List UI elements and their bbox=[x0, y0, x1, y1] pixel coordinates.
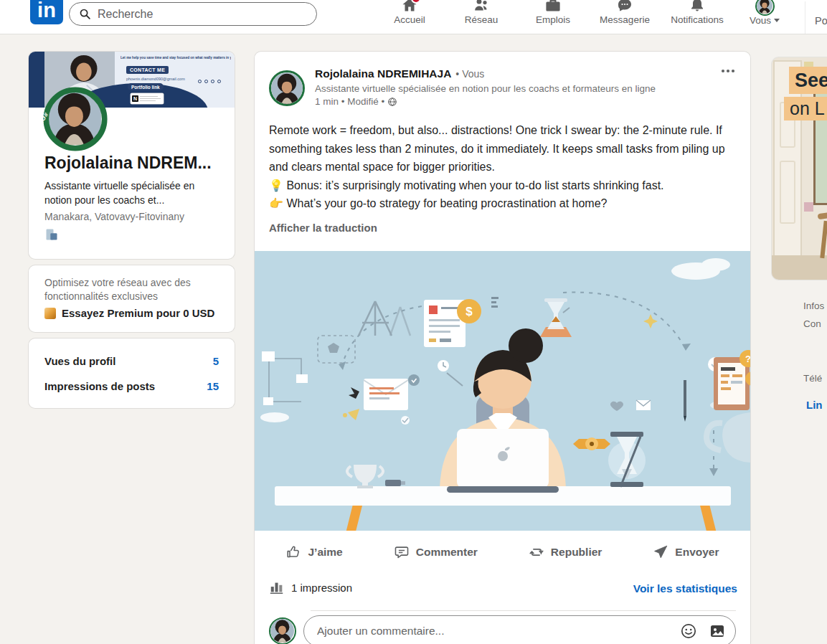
premium-gold-icon bbox=[44, 308, 56, 319]
post-action-bar: J’aime Commenter Republier Envoyer bbox=[260, 534, 745, 571]
premium-cta-label: Essayez Premium pour 0 USD bbox=[62, 307, 214, 319]
like-button[interactable]: J’aime bbox=[275, 536, 352, 569]
footer-link-conditions[interactable]: Con bbox=[803, 318, 821, 329]
send-button[interactable]: Envoyer bbox=[643, 536, 729, 569]
impressions-counter[interactable]: 1 impression bbox=[269, 579, 352, 595]
action-label: Republier bbox=[551, 546, 602, 559]
linkedin-logo[interactable]: in bbox=[30, 0, 63, 24]
network-icon bbox=[473, 0, 490, 14]
post-options-menu-button[interactable] bbox=[716, 60, 740, 82]
post-author-headline: Assistante virtuelle spécialisée en noti… bbox=[315, 83, 727, 94]
ad-chair-graphic bbox=[818, 211, 827, 220]
ad-chair-graphic bbox=[820, 221, 827, 258]
ad-headline-line2: on L bbox=[784, 97, 827, 120]
profile-avatar-open-to-work[interactable]: #OPENTOWORK bbox=[42, 86, 108, 152]
post-meta: 1 min • Modifié • bbox=[315, 96, 397, 107]
stat-label: Impressions de posts bbox=[44, 380, 155, 392]
post-paragraph: 👉 What’s your go-to strategy for beating… bbox=[269, 194, 737, 213]
post-impressions-row[interactable]: Impressions de posts 15 bbox=[44, 380, 219, 392]
comment-composer bbox=[269, 615, 736, 644]
thumbs-up-icon bbox=[285, 544, 301, 560]
ad-headline-line1: See bbox=[789, 67, 827, 94]
post-paragraph: Remote work = freedom, but also... distr… bbox=[269, 121, 737, 176]
ellipsis-icon bbox=[721, 69, 735, 73]
nav-item-home[interactable]: Accueil bbox=[377, 0, 442, 34]
comment-button[interactable]: Commenter bbox=[384, 536, 488, 569]
globe-icon bbox=[387, 97, 397, 107]
bell-icon bbox=[689, 0, 706, 14]
footer-linkedin-wordmark[interactable]: Lin bbox=[806, 399, 823, 411]
attach-image-button[interactable] bbox=[708, 622, 727, 640]
feed-post-card: Rojolalaina NDREMIHAJA • Vous Assistante… bbox=[255, 52, 750, 644]
nav-item-label: Réseau bbox=[465, 14, 498, 25]
profile-avatar-small bbox=[755, 0, 775, 14]
profile-headline: Assistante virtuelle spécialisée en noti… bbox=[44, 179, 222, 207]
nav-item-messaging[interactable]: Messagerie bbox=[589, 0, 661, 34]
post-body-text: Remote work = freedom, but also... distr… bbox=[269, 121, 737, 213]
action-label: Envoyer bbox=[675, 546, 719, 559]
banner-notion-card: N bbox=[131, 93, 164, 104]
commenter-avatar[interactable] bbox=[269, 617, 296, 644]
top-navigation: in Accueil Réseau bbox=[0, 0, 827, 34]
premium-promo-card: Optimisez votre réseau avec des fonction… bbox=[29, 265, 235, 332]
ad-floor-graphic bbox=[772, 255, 827, 280]
nav-item-jobs[interactable]: Emplois bbox=[521, 0, 585, 34]
repost-icon bbox=[529, 544, 544, 560]
show-translation-link[interactable]: Afficher la traduction bbox=[269, 222, 377, 234]
profile-name[interactable]: Rojolalaina NDREM... bbox=[44, 153, 225, 173]
premium-promo-text: Optimisez votre réseau avec des fonction… bbox=[44, 276, 219, 303]
post-image-remote-work-illustration[interactable]: $ bbox=[255, 251, 750, 531]
banner-email: phoenix.diamond090@gmail.com bbox=[126, 77, 185, 81]
nav-divider bbox=[805, 1, 805, 34]
post-author-avatar[interactable] bbox=[269, 70, 305, 106]
premium-cta-link[interactable]: Essayez Premium pour 0 USD bbox=[44, 307, 214, 319]
stat-label: Vues du profil bbox=[44, 355, 115, 367]
stat-value: 5 bbox=[213, 355, 219, 367]
post-author-you-badge: • Vous bbox=[455, 68, 484, 80]
stat-value: 15 bbox=[207, 380, 219, 392]
nav-item-network[interactable]: Réseau bbox=[449, 0, 514, 34]
svg-text:?: ? bbox=[745, 354, 750, 364]
profile-views-row[interactable]: Vues du profil 5 bbox=[44, 355, 219, 367]
profile-location: Manakara, Vatovavy-Fitovinany bbox=[44, 211, 184, 222]
comment-icon bbox=[394, 544, 410, 560]
image-icon bbox=[709, 622, 726, 640]
nav-item-notifications[interactable]: Notifications bbox=[661, 0, 734, 34]
footer-link-download[interactable]: Télé bbox=[803, 373, 822, 384]
footer-link-about[interactable]: Infos bbox=[803, 300, 824, 311]
comment-section-divider bbox=[311, 610, 736, 611]
notion-icon: N bbox=[132, 95, 138, 102]
post-author-line: Rojolalaina NDREMIHAJA • Vous bbox=[315, 67, 484, 80]
ad-wall-tile bbox=[804, 202, 813, 212]
search-icon bbox=[79, 8, 91, 20]
send-plane-icon bbox=[653, 544, 668, 560]
search-input[interactable] bbox=[98, 8, 309, 21]
banner-dots bbox=[198, 80, 221, 83]
action-label: J’aime bbox=[308, 546, 342, 559]
chevron-down-icon bbox=[774, 19, 780, 22]
home-icon bbox=[401, 0, 418, 14]
analytics-bars-icon bbox=[269, 579, 285, 595]
chat-bubble-icon bbox=[616, 0, 633, 14]
repost-button[interactable]: Republier bbox=[519, 536, 612, 569]
linkedin-feed-page: in Accueil Réseau bbox=[0, 0, 827, 644]
search-input-container bbox=[69, 2, 317, 26]
briefcase-icon bbox=[544, 0, 562, 14]
sponsored-ad[interactable]: See on L bbox=[772, 57, 827, 280]
profile-card: Let me help you save time and stay focus… bbox=[29, 52, 235, 259]
banner-contact-button: CONTACT ME bbox=[126, 66, 169, 74]
post-author-name[interactable]: Rojolalaina NDREMIHAJA bbox=[315, 67, 451, 80]
nav-item-business-truncated[interactable]: Po bbox=[815, 15, 827, 27]
comment-input[interactable] bbox=[317, 625, 669, 638]
action-label: Commenter bbox=[416, 546, 478, 559]
nav-item-label: Accueil bbox=[394, 14, 425, 25]
svg-text:$: $ bbox=[466, 305, 473, 318]
nav-item-label: Vous bbox=[750, 15, 771, 26]
dashboard-stats-card: Vues du profil 5 Impressions de posts 15 bbox=[29, 338, 235, 408]
view-statistics-link[interactable]: Voir les statistiques bbox=[633, 582, 737, 595]
emoji-button[interactable] bbox=[679, 622, 698, 640]
post-paragraph: 💡 Bonus: it’s surprisingly motivating wh… bbox=[269, 176, 737, 195]
comment-input-container bbox=[303, 615, 736, 644]
company-logo-icon[interactable] bbox=[44, 227, 59, 242]
nav-item-me[interactable]: Vous bbox=[739, 0, 790, 34]
